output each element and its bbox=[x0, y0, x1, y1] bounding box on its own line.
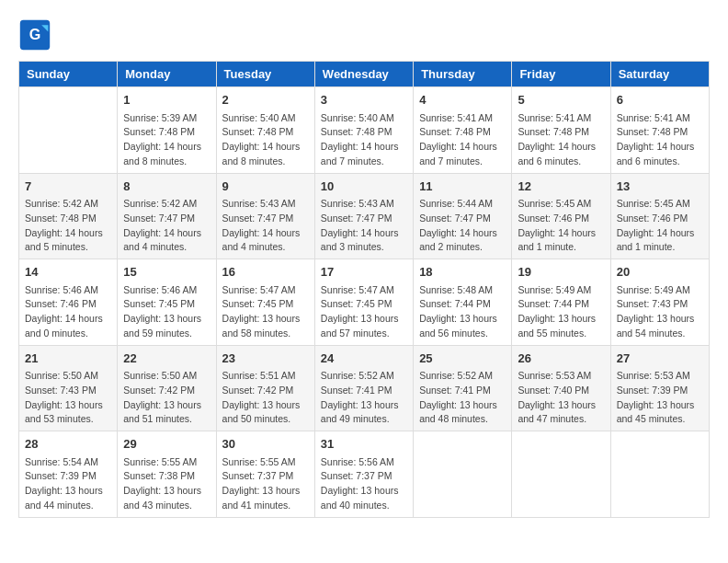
day-info: Sunrise: 5:52 AMSunset: 7:41 PMDaylight:… bbox=[419, 369, 506, 427]
weekday-header-tuesday: Tuesday bbox=[216, 62, 314, 87]
day-info: Sunrise: 5:46 AMSunset: 7:45 PMDaylight:… bbox=[123, 283, 210, 341]
day-number: 25 bbox=[419, 350, 506, 368]
calendar-cell: 4Sunrise: 5:41 AMSunset: 7:48 PMDaylight… bbox=[414, 87, 512, 174]
day-number: 9 bbox=[222, 178, 309, 196]
calendar-cell: 25Sunrise: 5:52 AMSunset: 7:41 PMDayligh… bbox=[414, 345, 512, 431]
calendar-cell bbox=[414, 431, 512, 518]
weekday-header-thursday: Thursday bbox=[414, 62, 512, 87]
calendar-week-3: 14Sunrise: 5:46 AMSunset: 7:46 PMDayligh… bbox=[19, 259, 710, 346]
day-number: 14 bbox=[25, 263, 111, 282]
calendar-week-5: 28Sunrise: 5:54 AMSunset: 7:39 PMDayligh… bbox=[19, 431, 710, 518]
calendar-cell: 1Sunrise: 5:39 AMSunset: 7:48 PMDaylight… bbox=[118, 87, 216, 174]
day-number: 3 bbox=[321, 91, 407, 109]
day-info: Sunrise: 5:41 AMSunset: 7:48 PMDaylight:… bbox=[419, 111, 506, 169]
day-info: Sunrise: 5:51 AMSunset: 7:42 PMDaylight:… bbox=[222, 369, 309, 427]
day-info: Sunrise: 5:55 AMSunset: 7:37 PMDaylight:… bbox=[222, 455, 309, 513]
day-number: 10 bbox=[321, 178, 407, 196]
calendar-cell bbox=[19, 87, 118, 174]
day-info: Sunrise: 5:56 AMSunset: 7:37 PMDaylight:… bbox=[321, 455, 407, 513]
day-info: Sunrise: 5:45 AMSunset: 7:46 PMDaylight:… bbox=[518, 197, 604, 255]
day-info: Sunrise: 5:42 AMSunset: 7:47 PMDaylight:… bbox=[123, 197, 210, 255]
page-header: G bbox=[18, 18, 710, 52]
calendar-cell: 27Sunrise: 5:53 AMSunset: 7:39 PMDayligh… bbox=[610, 345, 709, 431]
calendar-week-4: 21Sunrise: 5:50 AMSunset: 7:43 PMDayligh… bbox=[19, 345, 710, 431]
day-number: 18 bbox=[419, 263, 506, 282]
day-number: 29 bbox=[123, 435, 210, 454]
calendar-cell: 29Sunrise: 5:55 AMSunset: 7:38 PMDayligh… bbox=[118, 431, 216, 518]
calendar-cell: 26Sunrise: 5:53 AMSunset: 7:40 PMDayligh… bbox=[512, 345, 610, 431]
day-number: 7 bbox=[25, 178, 111, 196]
day-number: 31 bbox=[321, 435, 407, 454]
calendar-cell: 12Sunrise: 5:45 AMSunset: 7:46 PMDayligh… bbox=[512, 173, 610, 259]
calendar-cell: 10Sunrise: 5:43 AMSunset: 7:47 PMDayligh… bbox=[314, 173, 413, 259]
day-info: Sunrise: 5:43 AMSunset: 7:47 PMDaylight:… bbox=[222, 197, 309, 255]
day-info: Sunrise: 5:47 AMSunset: 7:45 PMDaylight:… bbox=[321, 283, 407, 341]
day-info: Sunrise: 5:39 AMSunset: 7:48 PMDaylight:… bbox=[123, 111, 210, 169]
calendar-cell: 18Sunrise: 5:48 AMSunset: 7:44 PMDayligh… bbox=[414, 259, 512, 346]
calendar-cell: 14Sunrise: 5:46 AMSunset: 7:46 PMDayligh… bbox=[19, 259, 118, 346]
day-number: 1 bbox=[123, 91, 210, 109]
day-number: 21 bbox=[25, 350, 111, 368]
day-info: Sunrise: 5:41 AMSunset: 7:48 PMDaylight:… bbox=[617, 111, 703, 169]
calendar-cell: 19Sunrise: 5:49 AMSunset: 7:44 PMDayligh… bbox=[512, 259, 610, 346]
day-info: Sunrise: 5:45 AMSunset: 7:46 PMDaylight:… bbox=[617, 197, 703, 255]
calendar-table: SundayMondayTuesdayWednesdayThursdayFrid… bbox=[18, 61, 710, 518]
calendar-cell: 3Sunrise: 5:40 AMSunset: 7:48 PMDaylight… bbox=[314, 87, 413, 174]
weekday-header-monday: Monday bbox=[118, 62, 216, 87]
day-info: Sunrise: 5:50 AMSunset: 7:43 PMDaylight:… bbox=[25, 369, 111, 427]
day-number: 4 bbox=[419, 91, 506, 109]
day-info: Sunrise: 5:50 AMSunset: 7:42 PMDaylight:… bbox=[123, 369, 210, 427]
day-info: Sunrise: 5:52 AMSunset: 7:41 PMDaylight:… bbox=[321, 369, 407, 427]
day-number: 12 bbox=[518, 178, 604, 196]
calendar-cell bbox=[610, 431, 709, 518]
day-info: Sunrise: 5:41 AMSunset: 7:48 PMDaylight:… bbox=[518, 111, 604, 169]
day-number: 26 bbox=[518, 350, 604, 368]
calendar-cell: 15Sunrise: 5:46 AMSunset: 7:45 PMDayligh… bbox=[118, 259, 216, 346]
day-number: 8 bbox=[123, 178, 210, 196]
logo: G bbox=[18, 18, 57, 52]
day-info: Sunrise: 5:53 AMSunset: 7:40 PMDaylight:… bbox=[518, 369, 604, 427]
calendar-header: SundayMondayTuesdayWednesdayThursdayFrid… bbox=[19, 62, 710, 87]
logo-icon: G bbox=[18, 18, 51, 52]
calendar-cell: 2Sunrise: 5:40 AMSunset: 7:48 PMDaylight… bbox=[216, 87, 314, 174]
day-number: 20 bbox=[617, 263, 703, 282]
calendar-cell: 16Sunrise: 5:47 AMSunset: 7:45 PMDayligh… bbox=[216, 259, 314, 346]
day-info: Sunrise: 5:43 AMSunset: 7:47 PMDaylight:… bbox=[321, 197, 407, 255]
day-info: Sunrise: 5:47 AMSunset: 7:45 PMDaylight:… bbox=[222, 283, 309, 341]
day-info: Sunrise: 5:44 AMSunset: 7:47 PMDaylight:… bbox=[419, 197, 506, 255]
day-info: Sunrise: 5:49 AMSunset: 7:44 PMDaylight:… bbox=[518, 283, 604, 341]
day-number: 22 bbox=[123, 350, 210, 368]
calendar-cell: 6Sunrise: 5:41 AMSunset: 7:48 PMDaylight… bbox=[610, 87, 709, 174]
calendar-cell: 22Sunrise: 5:50 AMSunset: 7:42 PMDayligh… bbox=[118, 345, 216, 431]
day-number: 19 bbox=[518, 263, 604, 282]
day-info: Sunrise: 5:49 AMSunset: 7:43 PMDaylight:… bbox=[617, 283, 703, 341]
weekday-header-sunday: Sunday bbox=[19, 62, 118, 87]
day-number: 5 bbox=[518, 91, 604, 109]
day-number: 15 bbox=[123, 263, 210, 282]
calendar-cell: 13Sunrise: 5:45 AMSunset: 7:46 PMDayligh… bbox=[610, 173, 709, 259]
day-number: 24 bbox=[321, 350, 407, 368]
calendar-cell: 23Sunrise: 5:51 AMSunset: 7:42 PMDayligh… bbox=[216, 345, 314, 431]
day-number: 17 bbox=[321, 263, 407, 282]
calendar-cell: 5Sunrise: 5:41 AMSunset: 7:48 PMDaylight… bbox=[512, 87, 610, 174]
day-info: Sunrise: 5:53 AMSunset: 7:39 PMDaylight:… bbox=[617, 369, 703, 427]
day-info: Sunrise: 5:40 AMSunset: 7:48 PMDaylight:… bbox=[321, 111, 407, 169]
day-info: Sunrise: 5:54 AMSunset: 7:39 PMDaylight:… bbox=[25, 455, 111, 513]
weekday-row: SundayMondayTuesdayWednesdayThursdayFrid… bbox=[19, 62, 710, 87]
weekday-header-friday: Friday bbox=[512, 62, 610, 87]
calendar-cell: 8Sunrise: 5:42 AMSunset: 7:47 PMDaylight… bbox=[118, 173, 216, 259]
calendar-cell: 28Sunrise: 5:54 AMSunset: 7:39 PMDayligh… bbox=[19, 431, 118, 518]
calendar-body: 1Sunrise: 5:39 AMSunset: 7:48 PMDaylight… bbox=[19, 87, 710, 518]
calendar-week-1: 1Sunrise: 5:39 AMSunset: 7:48 PMDaylight… bbox=[19, 87, 710, 174]
calendar-cell: 30Sunrise: 5:55 AMSunset: 7:37 PMDayligh… bbox=[216, 431, 314, 518]
day-number: 23 bbox=[222, 350, 309, 368]
day-number: 28 bbox=[25, 435, 111, 454]
calendar-cell bbox=[512, 431, 610, 518]
calendar-cell: 21Sunrise: 5:50 AMSunset: 7:43 PMDayligh… bbox=[19, 345, 118, 431]
day-number: 30 bbox=[222, 435, 309, 454]
weekday-header-wednesday: Wednesday bbox=[314, 62, 413, 87]
day-number: 16 bbox=[222, 263, 309, 282]
day-info: Sunrise: 5:40 AMSunset: 7:48 PMDaylight:… bbox=[222, 111, 309, 169]
day-info: Sunrise: 5:42 AMSunset: 7:48 PMDaylight:… bbox=[25, 197, 111, 255]
calendar-week-2: 7Sunrise: 5:42 AMSunset: 7:48 PMDaylight… bbox=[19, 173, 710, 259]
